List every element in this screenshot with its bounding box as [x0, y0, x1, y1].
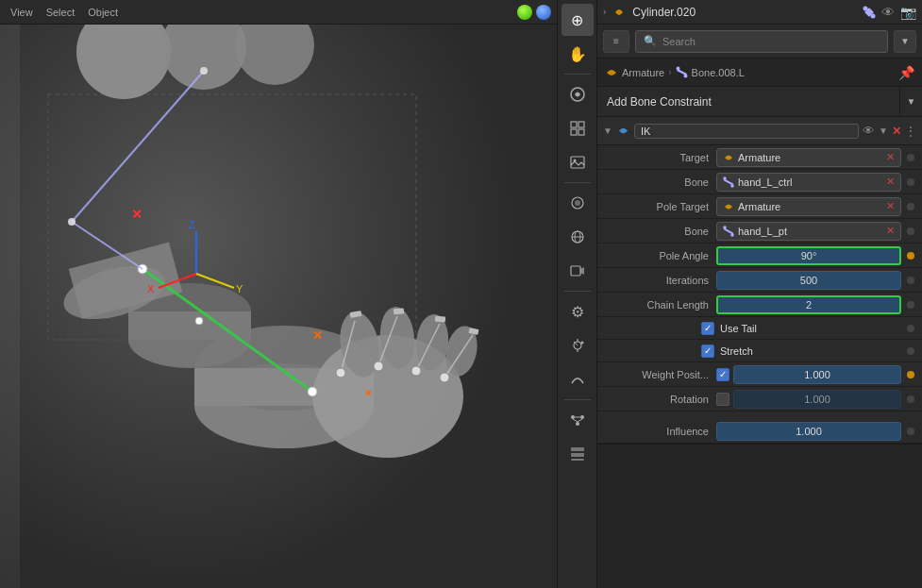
- stretch-dot: [907, 347, 914, 355]
- visibility-eye-icon[interactable]: 👁: [881, 5, 895, 20]
- armature-breadcrumb-icon: [605, 66, 618, 79]
- weight-position-value: 1.000: [804, 369, 830, 380]
- iterations-row: Iterations 500: [597, 268, 922, 293]
- gizmo-b-orb: [536, 5, 551, 20]
- constraint-remove-btn[interactable]: ✕: [892, 125, 901, 138]
- panel-header: › Cylinder.020 👁 📷: [597, 0, 922, 25]
- camera-render-icon[interactable]: 📷: [900, 5, 916, 20]
- bone2-value-text: hand_L_pt: [738, 226, 787, 237]
- constraint-eye-btn[interactable]: 👁: [863, 124, 875, 138]
- gizmo-y-orb: [517, 5, 532, 20]
- bone1-value-text: hand_L_ctrl: [738, 176, 793, 188]
- weight-position-field[interactable]: 1.000: [733, 365, 901, 384]
- svg-rect-50: [571, 129, 577, 135]
- armature-breadcrumb-label[interactable]: Armature: [622, 67, 664, 78]
- constraint-header: ▼ IK 👁 ▼ ✕ ⋮: [597, 117, 922, 145]
- bone2-icon: [723, 226, 734, 237]
- add-constraint-expand-btn[interactable]: ▼: [899, 87, 922, 116]
- chain-length-field[interactable]: 2: [716, 295, 901, 314]
- search-input-wrapper[interactable]: 🔍 Search: [635, 30, 888, 53]
- bone2-clear-btn[interactable]: ✕: [886, 225, 895, 237]
- influence-field[interactable]: 1.000: [716, 422, 901, 441]
- paint-btn[interactable]: [562, 187, 594, 219]
- use-tail-checkbox[interactable]: ✓: [701, 322, 714, 335]
- svg-rect-71: [571, 453, 584, 457]
- bone1-icon: [723, 176, 734, 188]
- select-menu[interactable]: Select: [42, 5, 80, 20]
- bone1-dot: [907, 178, 914, 186]
- breadcrumb-separator: ›: [668, 67, 671, 77]
- weight-position-label: Weight Posit...: [612, 369, 716, 380]
- pole-target-value-field[interactable]: Armature ✕: [716, 197, 901, 216]
- weight-position-checkbox[interactable]: ✓: [716, 368, 729, 381]
- image-btn[interactable]: [562, 146, 594, 178]
- view-menu[interactable]: View: [6, 5, 38, 20]
- toolbar-divider-3: [564, 291, 591, 292]
- svg-line-78: [678, 71, 685, 75]
- stretch-checkbox[interactable]: ✓: [701, 344, 714, 358]
- curve-btn[interactable]: [562, 363, 594, 395]
- svg-rect-39: [435, 316, 445, 323]
- settings-btn[interactable]: ⚙: [562, 295, 594, 328]
- svg-point-66: [576, 422, 579, 426]
- pole-target-label: Pole Target: [612, 201, 716, 212]
- grid-btn[interactable]: [562, 112, 594, 144]
- animation-btn[interactable]: [562, 329, 594, 361]
- object-menu[interactable]: Object: [83, 5, 123, 20]
- grid2-btn[interactable]: [562, 438, 594, 470]
- add-bone-constraint-btn[interactable]: Add Bone Constraint: [597, 87, 899, 116]
- svg-rect-52: [571, 157, 584, 168]
- scene-3d: ✕ Z X Y ✕ ✕: [0, 0, 596, 588]
- viewport-toolbar: ⊕ ✋ ⚙: [557, 0, 596, 588]
- search-expand-btn[interactable]: ▼: [894, 30, 916, 53]
- search-dropdown-btn[interactable]: ≡: [603, 30, 629, 53]
- constraint-collapse-chevron[interactable]: ▼: [879, 126, 888, 136]
- svg-point-42: [374, 361, 383, 371]
- pin-icon[interactable]: 📌: [898, 65, 914, 80]
- rotation-checkbox[interactable]: [716, 393, 729, 406]
- video-btn[interactable]: [562, 255, 594, 287]
- bone1-clear-btn[interactable]: ✕: [886, 176, 895, 188]
- target-label: Target: [612, 152, 716, 163]
- pole-target-clear-btn[interactable]: ✕: [886, 200, 895, 212]
- use-tail-row: ✓ Use Tail: [597, 317, 922, 340]
- rotation-field[interactable]: 1.000: [733, 390, 901, 409]
- pole-armature-icon: [723, 201, 734, 212]
- cursor-tool-btn[interactable]: ⊕: [562, 4, 594, 36]
- target-clear-btn[interactable]: ✕: [886, 151, 895, 163]
- svg-point-65: [580, 415, 584, 419]
- rotation-row: Rotation 1.000: [597, 387, 922, 412]
- bone2-value-field[interactable]: hand_L_pt ✕: [716, 222, 901, 241]
- stretch-row: ✓ Stretch: [597, 340, 922, 362]
- svg-line-68: [573, 419, 578, 422]
- render-preview-btn[interactable]: [562, 78, 594, 110]
- svg-rect-51: [578, 129, 584, 135]
- bone1-value-field[interactable]: hand_L_ctrl ✕: [716, 173, 901, 192]
- constraint-expand-icon[interactable]: ▼: [603, 126, 612, 136]
- ik-name-field[interactable]: IK: [634, 124, 859, 139]
- svg-rect-72: [571, 459, 584, 461]
- bone-breadcrumb-label[interactable]: Bone.008.L: [692, 67, 745, 78]
- object-name-label: Cylinder.020: [632, 6, 857, 19]
- target-dot: [907, 154, 914, 161]
- search-dropdown-icon: ≡: [613, 36, 619, 46]
- bone1-row: Bone hand_L_ctrl ✕: [597, 170, 922, 194]
- select-menu-label: Select: [46, 7, 75, 18]
- move-tool-btn[interactable]: ✋: [562, 38, 594, 70]
- panel-content[interactable]: ▼ IK 👁 ▼ ✕ ⋮ Target Armature: [597, 117, 922, 588]
- target-value-text: Armature: [738, 152, 780, 163]
- iterations-field[interactable]: 500: [716, 271, 901, 290]
- viewport-area[interactable]: ✕ Z X Y ✕ ✕: [0, 0, 596, 588]
- node-btn[interactable]: [562, 404, 594, 436]
- constraint-options-btn[interactable]: ⋮: [905, 125, 916, 138]
- rotation-label: Rotation: [612, 394, 716, 405]
- toolbar-divider-1: [564, 74, 591, 75]
- globe-btn[interactable]: [562, 221, 594, 253]
- svg-point-21: [195, 317, 203, 325]
- svg-point-41: [336, 368, 345, 378]
- search-magnifier-icon: 🔍: [644, 35, 657, 47]
- pole-angle-value: 90°: [801, 250, 817, 261]
- target-value-field[interactable]: Armature ✕: [716, 148, 901, 167]
- svg-text:Y: Y: [236, 283, 243, 294]
- pole-angle-field[interactable]: 90°: [716, 246, 901, 265]
